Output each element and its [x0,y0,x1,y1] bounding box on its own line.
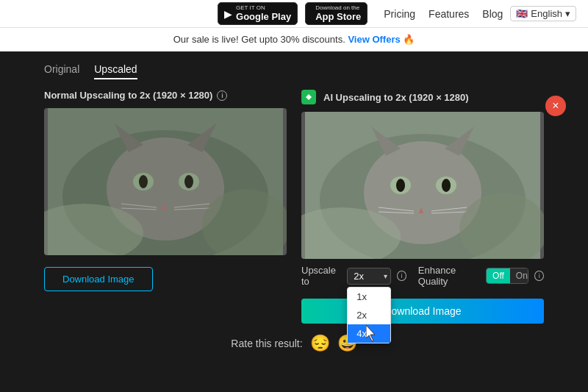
ai-icon [301,90,316,104]
app-store-btn[interactable]: Download on the App Store [305,2,368,26]
left-image-area [44,108,287,255]
option-1x[interactable]: 1x [348,288,390,306]
left-bottom-controls: Download Image [44,263,287,291]
left-section: Normal Upscaling to 2x (1920 × 1280) i [44,90,287,324]
left-section-title: Normal Upscaling to 2x (1920 × 1280) i [44,90,287,101]
view-offers-link[interactable]: View Offers [348,34,400,45]
chevron-down-icon: ▾ [565,8,570,19]
toggle-on-btn[interactable]: On [510,268,529,283]
google-play-btn[interactable]: ▶ GET IT ON Google Play [218,2,298,26]
upscale-row: Upscale to 1x 2x 4x ▾ 1x 2x 4x [301,265,544,287]
left-download-button[interactable]: Download Image [44,267,153,291]
google-play-main-text: Google Play [236,11,291,23]
right-image-area [301,112,544,259]
upscale-label: Upscale to [301,265,341,287]
sad-emoji[interactable]: 😔 [310,334,330,353]
flag-icon: 🇬🇧 [516,8,528,19]
main-content: × Original Upscaled Normal Upscaling to … [0,51,588,365]
pricing-link[interactable]: Pricing [384,8,415,20]
option-2x[interactable]: 2x [348,306,390,324]
right-section-title: AI Upscaling to 2x (1920 × 1280) [301,90,544,104]
blog-link[interactable]: Blog [482,8,503,20]
rating-label: Rate this result: [231,338,302,349]
tab-upscaled[interactable]: Upscaled [94,63,137,79]
language-selector[interactable]: 🇬🇧 English ▾ [510,6,576,21]
right-cat-image [301,112,544,259]
right-controls: Upscale to 1x 2x 4x ▾ 1x 2x 4x [301,265,544,324]
left-cat-image [44,108,287,255]
upscale-dropdown[interactable]: 1x 2x 4x [347,287,391,343]
option-4x[interactable]: 4x [348,324,390,343]
banner-text: Our sale is live! Get upto 30% discounts… [173,34,345,45]
right-section: AI Upscaling to 2x (1920 × 1280) [301,90,544,324]
lang-label: English [531,8,562,19]
enhance-info-icon[interactable]: i [534,271,544,281]
app-store-top-text: Download on the [315,5,361,11]
left-info-icon[interactable]: i [217,90,227,101]
google-play-icon: ▶ [224,8,232,20]
toggle-off-btn[interactable]: Off [487,268,510,283]
tabs: Original Upscaled [44,63,544,79]
enhance-label: Enhance Quality [418,265,480,287]
google-play-top-text: GET IT ON [236,5,291,11]
top-nav: ▶ GET IT ON Google Play Download on the … [0,0,588,28]
close-button[interactable]: × [545,96,566,116]
upscale-info-icon[interactable]: i [397,271,406,281]
rating-row: Rate this result: 😔 😀 [44,334,544,353]
right-download-button[interactable]: Download Image [301,299,544,324]
app-store-main-text: App Store [315,11,361,23]
tab-original[interactable]: Original [44,63,79,79]
features-link[interactable]: Features [429,8,469,20]
sections-row: Normal Upscaling to 2x (1920 × 1280) i [44,90,544,324]
enhance-toggle: Off On [486,268,528,284]
sale-banner: Our sale is live! Get upto 30% discounts… [0,28,588,51]
upscale-select[interactable]: 1x 2x 4x [347,268,391,285]
upscale-select-wrapper: 1x 2x 4x ▾ 1x 2x 4x [347,268,391,285]
fire-emoji: 🔥 [403,34,415,45]
nav-links: Pricing Features Blog [384,8,503,20]
